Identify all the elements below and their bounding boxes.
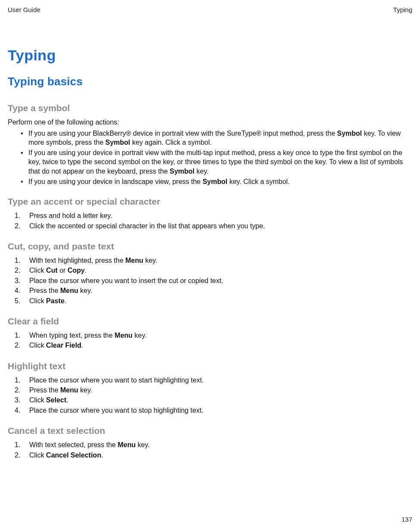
bold-text: Symbol: [105, 139, 130, 146]
sub-heading: Clear a field: [8, 316, 412, 327]
bold-text: Copy: [68, 267, 85, 274]
list-item: Click Cancel Selection.: [15, 451, 412, 460]
list-item: Press the Menu key.: [15, 386, 412, 395]
header-right: Typing: [393, 6, 412, 13]
list-item: Click Paste.: [15, 296, 412, 306]
sub-heading: Cancel a text selection: [8, 426, 412, 436]
bold-text: Symbol: [203, 178, 228, 185]
bold-text: Menu: [114, 332, 133, 339]
body-text-span: Press and hold a letter key.: [29, 212, 112, 219]
body-text-span: When typing text, press the: [29, 332, 114, 339]
body-text-span: .: [65, 297, 66, 305]
bold-text: Menu: [60, 287, 78, 294]
sub-heading: Highlight text: [8, 361, 412, 371]
list-item: Click the accented or special character …: [15, 221, 412, 231]
bold-text: Cancel Selection: [46, 451, 101, 459]
body-text-span: key.: [133, 332, 147, 339]
body-text-span: If you are using your device in portrait…: [28, 149, 403, 175]
body-text-span: Place the cursor where you want to stop …: [29, 407, 204, 414]
bold-text: Select: [46, 396, 66, 404]
bullet-list: If you are using your BlackBerry® device…: [8, 129, 412, 187]
body-text-span: Press the: [29, 287, 60, 294]
list-item: Place the cursor where you want to start…: [15, 376, 412, 385]
section-title: Typing basics: [8, 75, 412, 88]
list-item: Click Cut or Copy.: [15, 266, 412, 275]
body-text-span: Click: [29, 342, 46, 349]
body-text-span: key.: [143, 257, 158, 264]
body-text-span: .: [81, 342, 83, 349]
numbered-list: Press and hold a letter key.Click the ac…: [8, 211, 412, 231]
numbered-list: With text selected, press the Menu key.C…: [8, 440, 412, 460]
body-text-span: Click the accented or special character …: [29, 222, 265, 230]
body-text-span: .: [85, 267, 86, 274]
numbered-list: With text highlighted, press the Menu ke…: [8, 256, 412, 306]
page-header: User Guide Typing: [8, 6, 412, 13]
numbered-list: When typing text, press the Menu key.Cli…: [8, 331, 412, 351]
content-area: Type a symbolPerform one of the followin…: [8, 103, 412, 460]
bold-text: Menu: [125, 257, 143, 264]
body-text-span: key.: [78, 386, 93, 394]
body-text-span: Click: [29, 267, 46, 274]
list-item: Press the Menu key.: [15, 286, 412, 296]
list-item: If you are using your BlackBerry® device…: [22, 129, 412, 147]
body-text-span: key again. Click a symbol.: [130, 139, 212, 146]
list-item: Click Select.: [15, 395, 412, 405]
list-item: Place the cursor where you want to stop …: [15, 406, 412, 415]
body-text-span: Click: [29, 396, 46, 404]
page-number: 137: [401, 516, 412, 523]
list-item: Click Clear Field.: [15, 341, 412, 350]
list-item: Press and hold a letter key.: [15, 211, 412, 221]
list-item: When typing text, press the Menu key.: [15, 331, 412, 340]
body-text-span: or: [58, 267, 68, 274]
body-text-span: key. Click a symbol.: [227, 178, 290, 185]
main-title: Typing: [8, 47, 412, 64]
list-item: Place the cursor where you want to inser…: [15, 276, 412, 286]
sub-heading: Type a symbol: [8, 103, 412, 113]
header-left: User Guide: [8, 6, 40, 13]
list-item: With text selected, press the Menu key.: [15, 440, 412, 450]
body-text-span: .: [66, 396, 68, 404]
list-item: If you are using your device in landscap…: [22, 177, 412, 187]
body-text-span: If you are using your device in landscap…: [28, 178, 203, 185]
intro-text: Perform one of the following actions:: [8, 118, 412, 127]
sub-heading: Type an accent or special character: [8, 196, 412, 207]
body-text-span: Click: [29, 451, 46, 459]
bold-text: Menu: [117, 441, 136, 448]
bold-text: Cut: [46, 267, 58, 274]
list-item: If you are using your device in portrait…: [22, 148, 412, 176]
bold-text: Clear Field: [46, 342, 81, 349]
body-text-span: key.: [78, 287, 93, 294]
body-text-span: .: [101, 451, 103, 459]
bold-text: Symbol: [337, 130, 362, 137]
body-text-span: Place the cursor where you want to start…: [29, 377, 204, 384]
list-item: With text highlighted, press the Menu ke…: [15, 256, 412, 265]
bold-text: Paste: [46, 297, 65, 305]
body-text-span: key.: [136, 441, 150, 448]
body-text-span: If you are using your BlackBerry® device…: [28, 130, 337, 137]
bold-text: Menu: [60, 386, 78, 394]
body-text-span: Press the: [29, 386, 60, 394]
body-text-span: key.: [195, 168, 209, 175]
body-text-span: Click: [29, 297, 46, 305]
body-text-span: Place the cursor where you want to inser…: [29, 277, 223, 284]
sub-heading: Cut, copy, and paste text: [8, 241, 412, 252]
numbered-list: Place the cursor where you want to start…: [8, 376, 412, 416]
body-text-span: With text highlighted, press the: [29, 257, 125, 264]
bold-text: Symbol: [170, 168, 195, 175]
body-text-span: With text selected, press the: [29, 441, 117, 448]
